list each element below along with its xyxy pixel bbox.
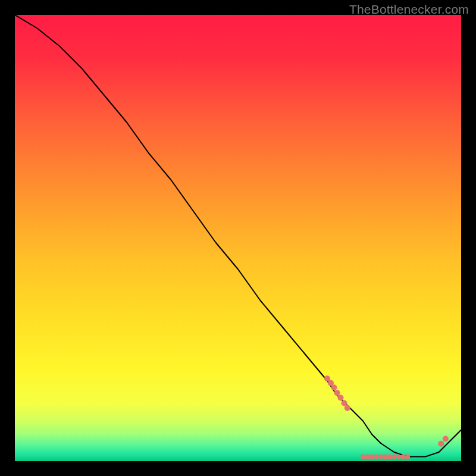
curve-line [15, 15, 461, 457]
chart-overlay [15, 15, 461, 461]
marker-point [396, 455, 401, 459]
marker-point [378, 455, 383, 459]
marker-point [438, 441, 444, 447]
marker-point [334, 390, 340, 396]
marker-point [345, 405, 350, 411]
marker-point [369, 455, 374, 459]
marker-point [365, 455, 370, 459]
marker-point [338, 395, 344, 401]
marker-point [361, 455, 365, 459]
marker-point [387, 455, 392, 459]
marker-point [443, 436, 449, 442]
plot-area [15, 15, 461, 461]
marker-point [405, 455, 410, 459]
marker-point [374, 455, 379, 459]
marker-point [331, 384, 337, 390]
marker-point [383, 455, 388, 459]
chart-canvas: TheBottlenecker.com [0, 0, 476, 476]
marker-point [392, 455, 397, 459]
marker-point [401, 455, 406, 459]
marker-point [342, 400, 347, 406]
